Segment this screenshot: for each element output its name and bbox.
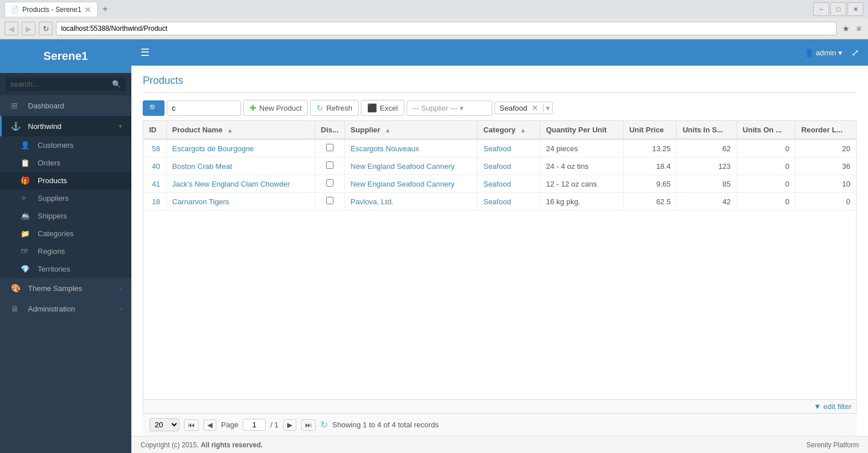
- excel-button[interactable]: ⬛ Excel: [361, 100, 404, 116]
- add-icon: ✚: [250, 103, 256, 112]
- supplier-dropdown-icon: ▾: [460, 104, 464, 112]
- menu-toggle-button[interactable]: ☰: [140, 46, 150, 59]
- address-bar[interactable]: [56, 22, 837, 35]
- app-footer: Copyright (c) 2015. All rights reserved.…: [131, 436, 868, 453]
- sidebar-item-customers[interactable]: 👤 Customers: [0, 136, 131, 154]
- row-id-link[interactable]: 40: [152, 162, 160, 171]
- sort-icon: ▲: [520, 127, 526, 134]
- row-name-link[interactable]: Carnarvon Tigers: [172, 197, 230, 206]
- row-supplier-link[interactable]: Escargots Nouveaux: [351, 144, 419, 153]
- col-id[interactable]: ID: [143, 121, 166, 139]
- row-supplier-link[interactable]: Pavlova, Ltd.: [351, 197, 393, 206]
- col-units-in-stock[interactable]: Units In S...: [677, 121, 737, 139]
- bookmark-icon[interactable]: ★: [840, 23, 852, 34]
- sidebar-item-theme-samples[interactable]: 🎨 Theme Samples ›: [0, 278, 131, 298]
- maximize-button[interactable]: □: [830, 2, 846, 16]
- close-button[interactable]: ✕: [847, 2, 863, 16]
- dashboard-icon: ⊞: [11, 101, 22, 110]
- sidebar-item-orders[interactable]: 📋 Orders: [0, 154, 131, 172]
- refresh-data-icon[interactable]: ↻: [320, 419, 328, 430]
- search-input[interactable]: [167, 100, 241, 116]
- share-icon[interactable]: ⤢: [851, 47, 859, 58]
- cell-id: 41: [143, 175, 166, 193]
- cell-supplier: New England Seafood Cannery: [344, 175, 477, 193]
- sidebar-item-northwind[interactable]: ⚓ Northwind ▾: [0, 116, 131, 136]
- row-id-link[interactable]: 18: [152, 197, 160, 206]
- browser-titlebar: 📄 Products - Serene1 ✕ + − □ ✕: [0, 0, 868, 18]
- discontinued-checkbox[interactable]: [326, 144, 333, 151]
- col-category[interactable]: Category ▲: [477, 121, 540, 139]
- regions-icon: 🗺: [21, 247, 32, 256]
- cell-reorder-level: 20: [795, 139, 856, 157]
- last-page-button[interactable]: ⏭: [301, 419, 316, 431]
- sidebar-item-territories[interactable]: 💎 Territories: [0, 260, 131, 278]
- row-category-link[interactable]: Seafood: [483, 144, 511, 153]
- sidebar: Serene1 🔍 ⊞ Dashboard ⚓ Northwind ▾: [0, 39, 131, 453]
- row-name-link[interactable]: Boston Crab Meat: [172, 162, 232, 171]
- search-icon[interactable]: 🔍: [112, 80, 121, 88]
- minimize-button[interactable]: −: [813, 2, 829, 16]
- sidebar-item-categories[interactable]: 📁 Categories: [0, 225, 131, 242]
- discontinued-checkbox[interactable]: [326, 197, 333, 204]
- row-category-link[interactable]: Seafood: [483, 197, 511, 206]
- row-supplier-link[interactable]: New England Seafood Cannery: [351, 180, 455, 188]
- settings-icon[interactable]: ≡: [854, 23, 863, 34]
- cell-category: Seafood: [477, 175, 540, 193]
- sort-icon: ▲: [384, 127, 391, 134]
- col-units-on-order[interactable]: Units On ...: [737, 121, 795, 139]
- cell-category: Seafood: [477, 139, 540, 157]
- discontinued-checkbox[interactable]: [326, 179, 333, 187]
- prev-page-button[interactable]: ◀: [203, 419, 216, 431]
- page-size-select[interactable]: 20 50 100: [150, 418, 179, 431]
- browser-tab[interactable]: 📄 Products - Serene1 ✕: [5, 2, 98, 17]
- col-product-name[interactable]: Product Name ▲: [166, 121, 315, 139]
- row-name-link[interactable]: Escargots de Bourgogne: [172, 144, 254, 153]
- category-filter-dropdown-button[interactable]: ▾: [543, 104, 550, 112]
- territories-icon: 💎: [21, 265, 32, 273]
- first-page-button[interactable]: ⏮: [184, 419, 199, 431]
- cell-discontinued: [315, 139, 344, 157]
- row-name-link[interactable]: Jack's New England Clam Chowder: [172, 180, 290, 188]
- new-tab-button[interactable]: +: [98, 2, 112, 17]
- sidebar-item-shippers[interactable]: 🚢 Shippers: [0, 207, 131, 225]
- sidebar-item-label: Shippers: [38, 212, 67, 220]
- col-unit-price[interactable]: Unit Price: [623, 121, 677, 139]
- col-supplier[interactable]: Supplier ▲: [344, 121, 477, 139]
- discontinued-checkbox[interactable]: [326, 161, 333, 169]
- sidebar-search-input[interactable]: [10, 80, 108, 88]
- sidebar-item-dashboard[interactable]: ⊞ Dashboard: [0, 95, 131, 116]
- cell-quantity: 16 kg pkg.: [540, 193, 624, 211]
- row-category-link[interactable]: Seafood: [483, 180, 511, 188]
- sidebar-item-suppliers[interactable]: ✈ Suppliers: [0, 189, 131, 207]
- row-category-link[interactable]: Seafood: [483, 162, 511, 171]
- search-button[interactable]: 🔍: [143, 100, 164, 116]
- row-supplier-link[interactable]: New England Seafood Cannery: [351, 162, 455, 171]
- supplier-filter[interactable]: --- Supplier --- ▾: [407, 100, 492, 116]
- page-input[interactable]: [243, 419, 266, 431]
- next-page-button[interactable]: ▶: [283, 419, 296, 431]
- back-button[interactable]: ◀: [5, 22, 18, 35]
- new-product-button[interactable]: ✚ New Product: [243, 100, 308, 116]
- col-quantity[interactable]: Quantity Per Unit: [540, 121, 624, 139]
- cell-category: Seafood: [477, 157, 540, 175]
- forward-button[interactable]: ▶: [22, 22, 35, 35]
- cell-unit-price: 13.25: [623, 139, 677, 157]
- sidebar-item-administration[interactable]: 🖥 Administration ›: [0, 298, 131, 319]
- page-title: Products: [143, 75, 857, 93]
- reload-button[interactable]: ↻: [39, 22, 53, 35]
- col-reorder-level[interactable]: Reorder L...: [795, 121, 856, 139]
- sidebar-item-label: Orders: [38, 159, 61, 167]
- cell-discontinued: [315, 157, 344, 175]
- refresh-button[interactable]: ↻ Refresh: [310, 100, 359, 116]
- sidebar-item-products[interactable]: 🎁 Products: [0, 172, 131, 189]
- row-id-link[interactable]: 58: [152, 144, 160, 153]
- cell-reorder-level: 0: [795, 193, 856, 211]
- row-id-link[interactable]: 41: [152, 180, 160, 188]
- cell-quantity: 12 - 12 oz cans: [540, 175, 624, 193]
- col-dis[interactable]: Dis...: [315, 121, 344, 139]
- sidebar-item-regions[interactable]: 🗺 Regions: [0, 242, 131, 260]
- user-menu[interactable]: 👤 admin ▾: [805, 48, 842, 57]
- tab-close-button[interactable]: ✕: [85, 5, 91, 14]
- category-filter-clear-button[interactable]: ✕: [529, 103, 541, 112]
- edit-filter-link[interactable]: ▼ edit filter: [814, 402, 851, 411]
